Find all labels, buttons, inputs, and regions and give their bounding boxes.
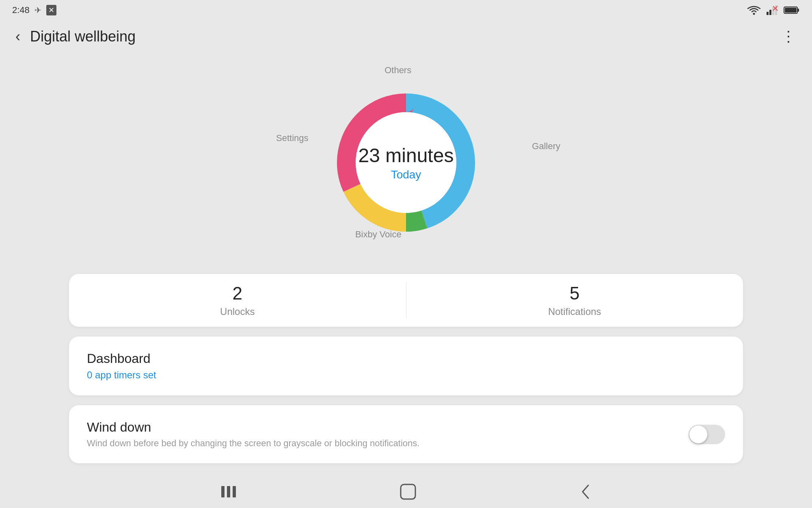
wind-down-toggle[interactable]	[689, 425, 725, 444]
bluetooth-icon: ✈	[35, 5, 41, 15]
home-icon	[399, 483, 417, 501]
status-time: 2:48 ✈ ✕	[12, 5, 56, 15]
page-title: Digital wellbeing	[30, 28, 136, 45]
top-bar: ‹ Digital wellbeing ⋮	[0, 20, 812, 53]
dashboard-title: Dashboard	[87, 351, 725, 366]
back-nav-icon	[579, 483, 592, 501]
signal-icon	[767, 5, 778, 15]
svg-rect-12	[227, 486, 230, 497]
svg-rect-9	[785, 8, 797, 13]
svg-rect-11	[221, 486, 225, 497]
stats-row: 2 Unlocks 5 Notifications	[69, 274, 743, 327]
chart-area: Others Settings Gallery Bixby Voice	[264, 61, 548, 264]
chart-label-bixby: Bixby Voice	[355, 229, 402, 240]
chart-label-settings: Settings	[276, 133, 309, 143]
wind-down-title: Wind down	[87, 420, 689, 435]
bottom-nav	[0, 475, 812, 508]
status-bar: 2:48 ✈ ✕	[0, 0, 812, 20]
recent-apps-button[interactable]	[220, 484, 237, 499]
svg-point-0	[753, 13, 755, 15]
x-icon: ✕	[46, 5, 56, 15]
back-nav-button[interactable]	[579, 483, 592, 501]
chart-today: Today	[358, 168, 454, 181]
svg-rect-8	[797, 9, 799, 12]
donut-center: 23 minutes Today	[358, 144, 454, 181]
notifications-stat[interactable]: 5 Notifications	[406, 274, 743, 327]
time-label: 2:48	[12, 5, 30, 15]
wind-down-description: Wind down before bed by changing the scr…	[87, 438, 574, 449]
more-button[interactable]: ⋮	[778, 25, 800, 48]
chart-label-gallery: Gallery	[532, 141, 560, 152]
main-content: Others Settings Gallery Bixby Voice	[0, 53, 812, 475]
back-button[interactable]: ‹	[12, 25, 24, 48]
chart-minutes: 23 minutes	[358, 144, 454, 167]
unlocks-label: Unlocks	[220, 306, 255, 317]
home-button[interactable]	[399, 483, 417, 501]
unlocks-number: 2	[233, 283, 242, 304]
wind-down-text: Wind down Wind down before bed by changi…	[87, 420, 689, 449]
svg-rect-1	[767, 12, 769, 15]
unlocks-stat[interactable]: 2 Unlocks	[69, 274, 406, 327]
svg-rect-2	[769, 10, 771, 15]
top-bar-left: ‹ Digital wellbeing	[12, 25, 136, 48]
chart-label-others: Others	[384, 65, 411, 76]
battery-icon	[784, 6, 800, 15]
svg-rect-13	[233, 486, 236, 497]
dashboard-card[interactable]: Dashboard 0 app timers set	[69, 336, 743, 395]
recent-icon	[220, 484, 237, 499]
wind-down-card[interactable]: Wind down Wind down before bed by changi…	[69, 405, 743, 463]
wifi-icon	[747, 5, 761, 15]
dashboard-subtitle: 0 app timers set	[87, 369, 725, 381]
notifications-number: 5	[570, 283, 579, 304]
toggle-knob	[689, 426, 707, 443]
status-icons	[747, 5, 800, 15]
notifications-label: Notifications	[548, 306, 601, 317]
svg-rect-14	[401, 484, 415, 499]
svg-rect-3	[772, 7, 774, 15]
